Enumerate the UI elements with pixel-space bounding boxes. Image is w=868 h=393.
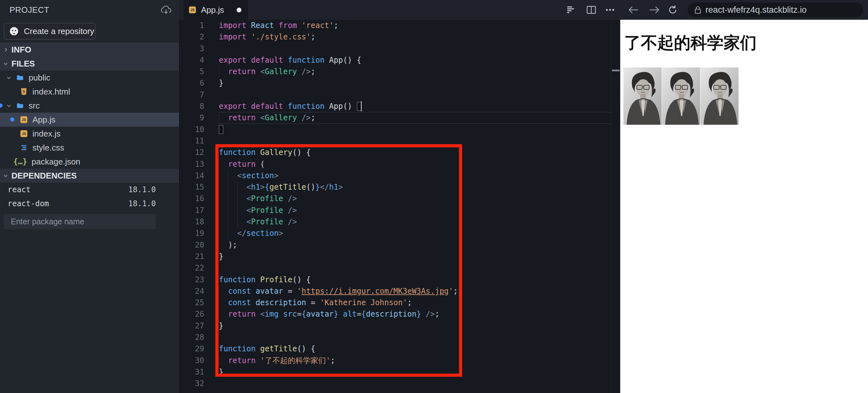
dependency-react-dom[interactable]: react-dom 18.1.0 bbox=[0, 196, 179, 211]
code-text[interactable]: } bbox=[219, 251, 620, 262]
browser-forward-icon[interactable] bbox=[649, 4, 660, 16]
tree-item-index-js[interactable]: JS index.js bbox=[0, 127, 179, 141]
unsaved-dot-icon[interactable] bbox=[237, 8, 241, 12]
code-line[interactable]: 7 bbox=[179, 89, 620, 100]
code-line[interactable]: 9return <Gallery />; bbox=[179, 112, 620, 123]
code-line[interactable]: 21} bbox=[179, 251, 620, 262]
code-line[interactable]: 13return ( bbox=[179, 158, 620, 170]
code-line[interactable]: 22 bbox=[179, 262, 620, 274]
code-line[interactable]: 24const avatar = 'https://i.imgur.com/MK… bbox=[179, 285, 620, 297]
code-line[interactable]: 19</section> bbox=[179, 228, 620, 239]
code-text[interactable]: const description = 'Katherine Johnson'; bbox=[219, 297, 620, 308]
code-text[interactable]: <Profile /> bbox=[219, 205, 620, 216]
token-cmp: Profile bbox=[251, 194, 283, 203]
code-line[interactable]: 26return <img src={avatar} alt={descript… bbox=[179, 308, 620, 320]
code-editor[interactable]: 1import React from 'react';2import './st… bbox=[179, 20, 620, 393]
code-line[interactable]: 14<section> bbox=[179, 170, 620, 181]
code-line[interactable]: 8export default function App() { bbox=[179, 100, 620, 112]
code-line[interactable]: 16<Profile /> bbox=[179, 193, 620, 204]
code-text[interactable]: <h1>{getTitle()}</h1> bbox=[219, 181, 620, 193]
code-line[interactable]: 11 bbox=[179, 135, 620, 147]
code-text[interactable]: const avatar = 'https://i.imgur.com/MK3e… bbox=[219, 285, 620, 297]
code-line[interactable]: 23function Profile() { bbox=[179, 274, 620, 285]
code-text[interactable]: } bbox=[219, 320, 620, 332]
code-text[interactable]: } bbox=[219, 366, 620, 378]
code-text[interactable]: return ( bbox=[219, 158, 620, 170]
tree-item-public-folder[interactable]: public bbox=[0, 71, 179, 85]
dependency-react[interactable]: react 18.1.0 bbox=[0, 183, 179, 196]
code-line[interactable]: 1import React from 'react'; bbox=[179, 20, 620, 31]
code-text[interactable]: import './style.css'; bbox=[219, 31, 620, 43]
code-line[interactable]: 3 bbox=[179, 43, 620, 54]
split-editor-icon[interactable] bbox=[586, 4, 597, 16]
package-name-input[interactable] bbox=[4, 214, 156, 229]
token-pl bbox=[256, 344, 260, 353]
code-text[interactable] bbox=[219, 135, 620, 147]
code-text[interactable]: ); bbox=[219, 239, 620, 251]
tree-item-style-css[interactable]: style.css bbox=[0, 141, 179, 155]
browser-back-icon[interactable] bbox=[628, 4, 639, 16]
code-text[interactable] bbox=[219, 332, 620, 343]
tab-app-js[interactable]: JS App.js bbox=[184, 0, 248, 20]
code-line[interactable]: 12function Gallery() { bbox=[179, 147, 620, 158]
cloud-download-icon[interactable] bbox=[161, 5, 172, 14]
line-number: 27 bbox=[179, 320, 219, 332]
code-line[interactable]: 10} bbox=[179, 124, 620, 135]
sidebar-section-dependencies[interactable]: DEPENDENCIES bbox=[0, 169, 179, 183]
code-line[interactable]: 25const description = 'Katherine Johnson… bbox=[179, 297, 620, 308]
code-line[interactable]: 31} bbox=[179, 366, 620, 378]
code-text[interactable]: return <img src={avatar} alt={descriptio… bbox=[219, 308, 620, 320]
code-line[interactable]: 29function getTitle() { bbox=[179, 343, 620, 355]
code-text[interactable]: </section> bbox=[219, 228, 620, 239]
code-line[interactable]: 28 bbox=[179, 332, 620, 343]
code-line[interactable]: 4export default function App() { bbox=[179, 54, 620, 66]
prettier-icon[interactable] bbox=[565, 4, 576, 16]
code-text[interactable]: return <Gallery />; bbox=[219, 112, 620, 123]
code-text[interactable]: return '了不起的科学家们'; bbox=[219, 355, 620, 366]
code-text[interactable]: <Profile /> bbox=[219, 193, 620, 204]
code-line[interactable]: 15<h1>{getTitle()}</h1> bbox=[179, 181, 620, 193]
code-text[interactable]: function Profile() { bbox=[219, 274, 620, 285]
more-options-icon[interactable] bbox=[604, 4, 616, 16]
code-text[interactable]: <section> bbox=[219, 170, 620, 181]
sidebar-section-info[interactable]: INFO bbox=[0, 43, 179, 57]
browser-reload-icon[interactable] bbox=[667, 4, 678, 16]
token-st: function bbox=[288, 56, 325, 65]
code-text[interactable] bbox=[219, 89, 620, 100]
code-text[interactable] bbox=[219, 378, 620, 389]
code-line[interactable]: 30return '了不起的科学家们'; bbox=[179, 355, 620, 366]
code-line[interactable]: 20); bbox=[179, 239, 620, 251]
code-text[interactable] bbox=[219, 262, 620, 274]
code-line[interactable]: 2import './style.css'; bbox=[179, 31, 620, 43]
code-text[interactable]: function getTitle() { bbox=[219, 343, 620, 355]
code-text[interactable]: return <Gallery />; bbox=[219, 66, 620, 77]
code-text[interactable]: <Profile /> bbox=[219, 216, 620, 228]
code-line[interactable]: 32 bbox=[179, 378, 620, 389]
tree-item-app-js[interactable]: JS App.js bbox=[0, 113, 179, 127]
dependency-name: react bbox=[8, 185, 31, 194]
tree-item-package-json[interactable]: {…} package.json bbox=[0, 155, 179, 169]
code-text[interactable]: import React from 'react'; bbox=[219, 20, 620, 31]
code-text[interactable]: export default function App() { bbox=[219, 100, 620, 112]
sidebar-section-files[interactable]: FILES bbox=[0, 57, 179, 71]
code-line[interactable]: 5return <Gallery />; bbox=[179, 66, 620, 77]
browser-address-bar[interactable]: react-wfefrz4q.stackblitz.io bbox=[688, 3, 863, 17]
code-text[interactable] bbox=[219, 43, 620, 54]
token-fn: Gallery bbox=[260, 148, 292, 157]
code-line[interactable]: 6} bbox=[179, 77, 620, 89]
token-tag: } bbox=[416, 310, 421, 319]
code-text[interactable]: function Gallery() { bbox=[219, 147, 620, 158]
tree-item-index-html[interactable]: 5 index.html bbox=[0, 85, 179, 99]
code-text[interactable]: export default function App() { bbox=[219, 54, 620, 66]
token-pl: = bbox=[357, 310, 361, 319]
code-text[interactable]: } bbox=[219, 77, 620, 89]
indent-guide bbox=[219, 297, 228, 308]
dependency-version: 18.1.0 bbox=[128, 185, 156, 194]
code-line[interactable]: 27} bbox=[179, 320, 620, 332]
create-repository-button[interactable]: Create a repository bbox=[4, 23, 95, 39]
preview-pane: 了不起的科学家们 bbox=[620, 20, 868, 393]
tree-item-src-folder[interactable]: src bbox=[0, 99, 179, 113]
code-line[interactable]: 18<Profile /> bbox=[179, 216, 620, 228]
code-line[interactable]: 17<Profile /> bbox=[179, 205, 620, 216]
code-text[interactable]: } bbox=[219, 124, 620, 135]
